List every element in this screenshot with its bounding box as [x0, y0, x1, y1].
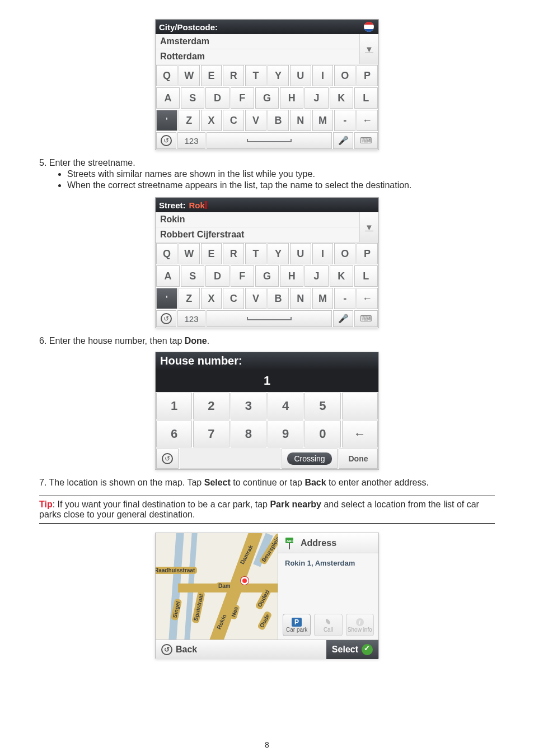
suggestion-item[interactable]: Robbert Cijferstraat — [156, 227, 359, 242]
numkey-9[interactable]: 9 — [268, 421, 303, 447]
key-b[interactable]: B — [268, 110, 289, 131]
map-canvas[interactable]: Raadhuisstraat Singel Spuistraat Damrak … — [156, 533, 278, 640]
key-w[interactable]: W — [179, 243, 200, 264]
key-a[interactable]: A — [156, 265, 180, 287]
numeric-toggle[interactable]: 123 — [177, 310, 205, 327]
key-backspace[interactable]: ← — [357, 110, 378, 131]
key-dash[interactable]: - — [334, 110, 355, 131]
key-n[interactable]: N — [290, 288, 311, 309]
map-back-button[interactable]: ↺ Back — [156, 644, 203, 655]
microphone-button[interactable]: 🎤 — [333, 310, 353, 327]
key-q[interactable]: Q — [156, 243, 177, 264]
key-a[interactable]: A — [156, 87, 180, 109]
key-w[interactable]: W — [179, 65, 200, 86]
microphone-button[interactable]: 🎤 — [333, 132, 353, 149]
numkey-2[interactable]: 2 — [193, 393, 229, 419]
key-z[interactable]: Z — [179, 110, 200, 131]
key-d[interactable]: D — [205, 87, 229, 109]
key-r[interactable]: R — [223, 65, 244, 86]
numkey-5[interactable]: 5 — [305, 393, 340, 419]
key-p[interactable]: P — [357, 243, 378, 264]
key-k[interactable]: K — [330, 265, 353, 287]
key-e[interactable]: E — [201, 243, 222, 264]
spacebar[interactable] — [207, 132, 332, 149]
key-g[interactable]: G — [255, 87, 279, 109]
step-5-bullets: Streets with similar names are shown in … — [67, 169, 495, 190]
key-apostrophe[interactable]: ' — [156, 288, 177, 309]
key-v[interactable]: V — [245, 288, 266, 309]
key-u[interactable]: U — [290, 65, 311, 86]
key-x[interactable]: X — [201, 110, 222, 131]
numkey-7[interactable]: 7 — [193, 421, 229, 447]
key-o[interactable]: O — [334, 243, 355, 264]
car-park-button[interactable]: P Car park — [283, 614, 311, 636]
key-m[interactable]: M — [312, 288, 334, 309]
key-e[interactable]: E — [201, 65, 222, 86]
numkey-0[interactable]: 0 — [305, 421, 340, 447]
key-t[interactable]: T — [245, 65, 266, 86]
key-l[interactable]: L — [354, 265, 378, 287]
numkey-8[interactable]: 8 — [231, 421, 266, 447]
crossing-button[interactable]: Crossing — [282, 449, 338, 469]
undo-icon: ↺ — [161, 135, 172, 146]
address-value: Rokin 1, Amsterdam — [278, 553, 378, 610]
key-d[interactable]: D — [205, 265, 229, 287]
numkey-6[interactable]: 6 — [156, 421, 192, 447]
numkey-backspace[interactable]: ← — [342, 421, 378, 447]
key-t[interactable]: T — [245, 243, 266, 264]
spacebar[interactable] — [207, 310, 332, 327]
keyboard-mode-button[interactable]: ⌨ — [354, 310, 378, 327]
map-select-button[interactable]: Select — [326, 640, 378, 659]
done-button[interactable]: Done — [339, 449, 378, 469]
key-f[interactable]: F — [231, 87, 254, 109]
suggestion-item[interactable]: Rokin — [156, 212, 359, 227]
key-dash[interactable]: - — [334, 288, 355, 309]
key-i[interactable]: I — [312, 65, 334, 86]
key-z[interactable]: Z — [179, 288, 200, 309]
key-c[interactable]: C — [223, 288, 244, 309]
key-n[interactable]: N — [290, 110, 311, 131]
key-h[interactable]: H — [280, 87, 303, 109]
key-y[interactable]: Y — [268, 65, 289, 86]
key-o[interactable]: O — [334, 65, 355, 86]
back-button[interactable]: ↺ — [156, 449, 179, 469]
dropdown-arrow[interactable]: ▼ — [359, 212, 378, 242]
key-f[interactable]: F — [231, 265, 254, 287]
key-h[interactable]: H — [280, 265, 303, 287]
key-l[interactable]: L — [354, 87, 378, 109]
key-y[interactable]: Y — [268, 243, 289, 264]
numkey-1[interactable]: 1 — [156, 393, 192, 419]
back-button[interactable]: ↺ — [156, 132, 176, 149]
key-q[interactable]: Q — [156, 65, 177, 86]
key-j[interactable]: J — [305, 87, 328, 109]
key-v[interactable]: V — [245, 110, 266, 131]
key-g[interactable]: G — [255, 265, 279, 287]
numkey-3[interactable]: 3 — [231, 393, 266, 419]
map-confirmation-screen: Raadhuisstraat Singel Spuistraat Damrak … — [155, 533, 379, 659]
key-m[interactable]: M — [312, 110, 334, 131]
tip-block: Tip: If you want your final destination … — [39, 496, 495, 524]
key-p[interactable]: P — [357, 65, 378, 86]
key-s[interactable]: S — [181, 87, 204, 109]
street-input-value[interactable]: Rok — [189, 200, 205, 210]
key-j[interactable]: J — [305, 265, 328, 287]
key-c[interactable]: C — [223, 110, 244, 131]
keyboard-mode-button[interactable]: ⌨ — [354, 132, 378, 149]
keyboard-row1: Q W E R T Y U I O P — [156, 242, 378, 265]
key-x[interactable]: X — [201, 288, 222, 309]
key-i[interactable]: I — [312, 243, 334, 264]
numkey-4[interactable]: 4 — [268, 393, 303, 419]
key-b[interactable]: B — [268, 288, 289, 309]
suggestion-item[interactable]: Amsterdam — [156, 34, 359, 49]
key-backspace[interactable]: ← — [357, 288, 378, 309]
key-r[interactable]: R — [223, 243, 244, 264]
key-s[interactable]: S — [181, 265, 204, 287]
dropdown-arrow[interactable]: ▼ — [359, 34, 378, 64]
suggestion-item[interactable]: Rotterdam — [156, 49, 359, 64]
numpad-row1: 1 2 3 4 5 — [156, 392, 378, 420]
numeric-toggle[interactable]: 123 — [177, 132, 205, 149]
key-apostrophe[interactable]: ' — [156, 110, 177, 131]
back-button[interactable]: ↺ — [156, 310, 176, 327]
key-k[interactable]: K — [330, 87, 353, 109]
key-u[interactable]: U — [290, 243, 311, 264]
